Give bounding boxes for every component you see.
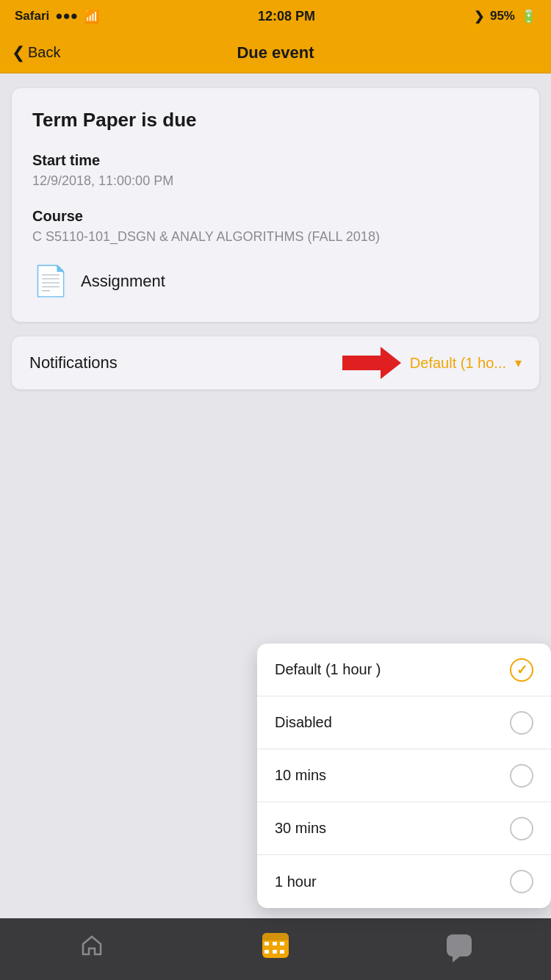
radio-30mins[interactable]	[510, 817, 533, 840]
status-time: 12:08 PM	[258, 9, 315, 24]
radio-default[interactable]	[510, 658, 533, 682]
radio-disabled[interactable]	[510, 711, 533, 735]
start-time-label: Start time	[32, 152, 519, 169]
assignment-row: 📄 Assignment	[32, 264, 519, 298]
chat-icon	[447, 934, 472, 956]
notification-dropdown: Default (1 hour ) Disabled 10 mins 30 mi…	[257, 644, 551, 908]
start-time-field: Start time 12/9/2018, 11:00:00 PM	[32, 152, 519, 190]
tab-home[interactable]	[0, 934, 184, 957]
home-icon	[80, 934, 104, 957]
dropdown-item-label-disabled: Disabled	[275, 714, 332, 731]
dropdown-item-label-default: Default (1 hour )	[275, 661, 381, 678]
status-bar: Safari ●●● 📶 12:08 PM ❯ 95% 🔋	[0, 0, 551, 32]
notifications-row[interactable]: Notifications Default (1 ho... ▾	[12, 336, 539, 389]
status-left: Safari ●●● 📶	[15, 9, 99, 24]
red-arrow-icon	[342, 347, 401, 379]
dropdown-chevron-icon: ▾	[515, 355, 522, 371]
dropdown-item-label-1hour: 1 hour	[275, 873, 317, 890]
wifi-icon: 📶	[84, 9, 99, 24]
tab-chat[interactable]	[367, 934, 551, 956]
dropdown-item-label-30mins: 30 mins	[275, 820, 326, 837]
event-title: Term Paper is due	[32, 109, 519, 131]
dropdown-item-10mins[interactable]: 10 mins	[257, 749, 551, 802]
main-content: Term Paper is due Start time 12/9/2018, …	[0, 73, 551, 404]
calendar-icon	[262, 933, 289, 958]
battery-icon: 🔋	[521, 9, 536, 24]
nav-bar: ❮ Back Due event	[0, 32, 551, 73]
safari-label: Safari	[15, 9, 49, 24]
status-right: ❯ 95% 🔋	[474, 9, 536, 24]
assignment-icon: 📄	[32, 264, 69, 298]
back-chevron-icon: ❮	[12, 43, 25, 62]
dropdown-item-default[interactable]: Default (1 hour )	[257, 644, 551, 696]
course-label: Course	[32, 208, 519, 225]
tab-calendar[interactable]	[184, 933, 367, 958]
radio-10mins[interactable]	[510, 764, 533, 788]
battery-percent: 95%	[490, 9, 515, 24]
location-icon: ❯	[474, 9, 484, 24]
page-title: Due event	[237, 43, 314, 62]
course-value: C S5110-101_DSGN & ANALY ALGORITHMS (FAL…	[32, 228, 519, 246]
assignment-label: Assignment	[81, 272, 165, 291]
notifications-label: Notifications	[29, 353, 342, 372]
start-time-value: 12/9/2018, 11:00:00 PM	[32, 172, 519, 190]
back-button[interactable]: ❮ Back	[12, 43, 60, 62]
event-card: Term Paper is due Start time 12/9/2018, …	[12, 88, 539, 322]
signal-icon: ●●●	[55, 9, 78, 24]
dropdown-item-disabled[interactable]: Disabled	[257, 696, 551, 749]
dropdown-item-label-10mins: 10 mins	[275, 767, 326, 784]
course-field: Course C S5110-101_DSGN & ANALY ALGORITH…	[32, 208, 519, 246]
dropdown-item-1hour[interactable]: 1 hour	[257, 855, 551, 908]
dropdown-item-30mins[interactable]: 30 mins	[257, 802, 551, 855]
radio-1hour[interactable]	[510, 870, 533, 893]
back-label: Back	[28, 44, 60, 61]
tab-bar	[0, 918, 551, 980]
notifications-right: Default (1 ho... ▾	[342, 347, 522, 379]
notifications-value: Default (1 ho...	[410, 355, 506, 372]
